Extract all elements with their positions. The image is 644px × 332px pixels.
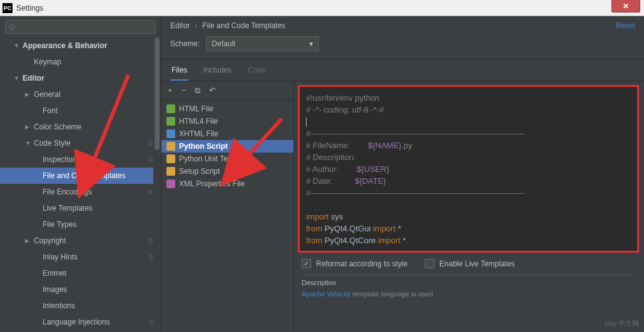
template-item-setup-script[interactable]: Setup Script	[161, 165, 294, 178]
template-label: Setup Script	[179, 167, 220, 176]
sidebar-item-label: Live Templates	[43, 204, 93, 213]
tab-code[interactable]: Code	[247, 61, 267, 81]
scheme-select[interactable]: Default ▾	[206, 36, 319, 51]
remove-button[interactable]: −	[181, 86, 187, 95]
undo-button[interactable]: ↶	[209, 86, 216, 95]
add-button[interactable]: +	[168, 86, 173, 95]
sidebar-item-appearance-behavior[interactable]: ▼Appearance & Behavior	[0, 38, 161, 54]
settings-tree: ▼Appearance & BehaviorKeymap▼Editor▶Gene…	[0, 38, 161, 332]
breadcrumb-editor[interactable]: Editor	[170, 21, 190, 30]
sidebar-item-label: Inspections	[43, 155, 81, 164]
sidebar-item-images[interactable]: Images	[0, 281, 161, 298]
sidebar-item-inspections[interactable]: Inspections⛭	[0, 151, 161, 168]
titlebar: PC Settings ✕	[0, 0, 644, 16]
template-items: HTML File HTML4 File XHTML File Python S…	[161, 100, 294, 332]
template-toolbar: + − ⧉ ↶	[161, 81, 294, 100]
sidebar-item-inlay-hints[interactable]: Inlay Hints⛭	[0, 249, 161, 265]
template-item-python-script[interactable]: Python Script	[161, 140, 294, 153]
file-icon	[166, 167, 175, 176]
sidebar-item-label: File Encodings	[43, 188, 92, 196]
velocity-link[interactable]: Apache Velocity	[302, 290, 350, 298]
template-list-pane: + − ⧉ ↶ HTML File HTML4 File XHTML File …	[161, 81, 294, 332]
tree-arrow-icon: ▼	[14, 75, 20, 81]
sidebar-item-language-injections[interactable]: Language Injections⛭	[0, 314, 161, 330]
search-input[interactable]	[9, 23, 151, 31]
description-text: Apache Velocity template language is use…	[302, 290, 635, 298]
sidebar-item-label: Editor	[23, 74, 44, 83]
tab-files[interactable]: Files	[170, 61, 188, 81]
options-row: ✓ Reformat according to style Enable Liv…	[298, 253, 639, 274]
template-item-xml-properties-file[interactable]: XML Properties File	[161, 178, 294, 190]
tree-arrow-icon: ▼	[25, 140, 31, 146]
sidebar: ▼Appearance & BehaviorKeymap▼Editor▶Gene…	[0, 16, 161, 332]
sidebar-item-label: Copyright	[34, 236, 66, 245]
tabs: Files Includes Code	[161, 61, 644, 81]
template-item-html4-file[interactable]: HTML4 File	[161, 115, 294, 128]
sidebar-item-label: Appearance & Behavior	[23, 41, 107, 50]
checkbox-checked-icon: ✓	[302, 259, 311, 268]
window-buttons: ✕	[611, 0, 644, 16]
sidebar-item-file-types[interactable]: File Types	[0, 216, 161, 233]
sidebar-item-general[interactable]: ▶General	[0, 86, 161, 103]
sidebar-item-live-templates[interactable]: Live Templates	[0, 200, 161, 216]
sidebar-item-label: File and Code Templates	[43, 171, 126, 180]
scheme-label: Scheme:	[170, 39, 200, 48]
tab-includes[interactable]: Includes	[202, 61, 233, 81]
file-icon	[166, 154, 175, 163]
sidebar-item-label: Color Scheme	[34, 123, 81, 131]
sidebar-item-keymap[interactable]: Keymap	[0, 54, 161, 70]
file-icon	[166, 117, 175, 126]
app-icon: PC	[3, 3, 13, 13]
content: Editor › File and Code Templates Reset S…	[161, 16, 644, 332]
sidebar-item-color-scheme[interactable]: ▶Color Scheme	[0, 119, 161, 135]
enable-live-label: Enable Live Templates	[439, 259, 515, 268]
sidebar-item-label: Inlay Hints	[43, 253, 78, 261]
editor-area: #!usr/bin/env python # -*- coding: utf-8…	[294, 81, 644, 332]
file-icon	[166, 129, 175, 138]
code-editor[interactable]: #!usr/bin/env python # -*- coding: utf-8…	[298, 85, 639, 253]
sidebar-item-label: Emmet	[43, 269, 66, 278]
breadcrumb-sep: ›	[195, 21, 197, 30]
sidebar-item-label: Images	[43, 285, 67, 294]
sidebar-item-editor[interactable]: ▼Editor	[0, 70, 161, 86]
template-label: Python Script	[179, 142, 228, 151]
tree-arrow-icon: ▶	[25, 124, 31, 130]
scheme-value: Default	[212, 39, 235, 48]
sidebar-item-label: Intentions	[43, 301, 75, 310]
sidebar-item-file-and-code-templates[interactable]: File and Code Templates⛭	[0, 168, 161, 184]
template-label: XML Properties File	[179, 179, 245, 188]
file-icon	[166, 142, 175, 151]
breadcrumb-current: File and Code Templates	[202, 21, 285, 30]
tree-arrow-icon: ▶	[25, 238, 31, 244]
template-item-python-unit-test[interactable]: Python Unit Test	[161, 153, 294, 165]
enable-live-checkbox[interactable]: Enable Live Templates	[425, 259, 515, 268]
template-item-xhtml-file[interactable]: XHTML File	[161, 128, 294, 140]
scheme-row: Scheme: Default ▾	[161, 33, 644, 59]
breadcrumb-row: Editor › File and Code Templates Reset	[161, 16, 644, 33]
template-label: HTML4 File	[179, 117, 218, 126]
checkbox-unchecked-icon	[425, 259, 434, 268]
sidebar-item-label: Code Style	[34, 139, 71, 148]
watermark: php 中文网	[605, 319, 639, 328]
copy-button[interactable]: ⧉	[195, 86, 200, 96]
reformat-checkbox[interactable]: ✓ Reformat according to style	[302, 259, 407, 268]
sidebar-item-label: File Types	[43, 220, 76, 229]
sidebar-item-label: Language Injections	[43, 318, 110, 326]
tree-scrollbar[interactable]	[153, 38, 161, 332]
sidebar-item-emmet[interactable]: Emmet	[0, 265, 161, 281]
reset-link[interactable]: Reset	[616, 21, 635, 30]
sidebar-item-font[interactable]: Font	[0, 103, 161, 119]
chevron-down-icon: ▾	[309, 39, 313, 48]
template-item-html-file[interactable]: HTML File	[161, 103, 294, 115]
template-label: XHTML File	[179, 129, 218, 138]
close-button[interactable]: ✕	[611, 0, 640, 13]
search-box[interactable]	[5, 20, 156, 34]
tree-arrow-icon: ▶	[25, 91, 31, 98]
sidebar-item-label: Font	[43, 106, 58, 115]
file-icon	[166, 104, 175, 113]
sidebar-item-copyright[interactable]: ▶Copyright⛭	[0, 233, 161, 249]
sidebar-item-intentions[interactable]: Intentions	[0, 298, 161, 314]
sidebar-item-code-style[interactable]: ▼Code Style⛭	[0, 135, 161, 151]
window-title: Settings	[16, 4, 43, 13]
sidebar-item-file-encodings[interactable]: File Encodings⛭	[0, 184, 161, 200]
